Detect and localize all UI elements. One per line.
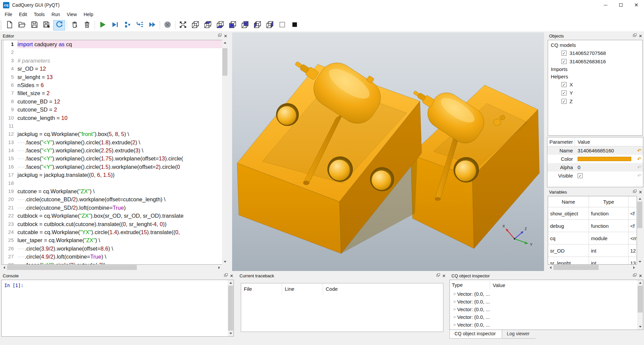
scroll-up-icon[interactable] bbox=[637, 280, 643, 286]
inspector-close-icon[interactable]: × bbox=[639, 274, 642, 278]
delete-all-button[interactable] bbox=[81, 20, 93, 30]
expand-chevron-icon[interactable]: > bbox=[452, 299, 457, 304]
variable-row[interactable]: show_objectfunction<f bbox=[548, 207, 637, 220]
scroll-up-icon[interactable] bbox=[228, 280, 233, 286]
objects-tree-item[interactable]: ✓Z bbox=[549, 97, 642, 106]
inspector-row[interactable]: >Vector: (0.0, ... bbox=[450, 321, 643, 329]
objects-tree-item[interactable]: ✓3140652683616 bbox=[549, 57, 642, 66]
color-swatch[interactable] bbox=[578, 157, 631, 161]
inspector-row[interactable]: >Vector: (0.0, ... bbox=[450, 313, 643, 321]
objects-tree-item[interactable]: ✓Y bbox=[549, 89, 642, 97]
inspector-row[interactable]: >Vector: (0.0, ... bbox=[450, 305, 643, 313]
parameter-value[interactable] bbox=[573, 157, 636, 161]
view-right-button[interactable] bbox=[264, 20, 276, 30]
menu-help[interactable]: Help bbox=[80, 10, 97, 19]
code-line[interactable] bbox=[17, 179, 222, 187]
save-button[interactable] bbox=[29, 20, 40, 30]
variables-vertical-scrollbar[interactable] bbox=[637, 196, 643, 265]
inspector-vertical-scrollbar[interactable] bbox=[637, 280, 643, 330]
editor-horizontal-scrollbar[interactable] bbox=[1, 265, 222, 270]
open-file-button[interactable] bbox=[16, 20, 28, 30]
editor-vertical-scrollbar[interactable] bbox=[222, 40, 228, 265]
variable-row[interactable]: debugfunction<f bbox=[548, 220, 637, 232]
code-line[interactable]: cutcable = cq.Workplane("YX").circle(1.4… bbox=[17, 228, 222, 236]
code-line[interactable]: ····.circle(3.9/2).workplane(offset=8.6)… bbox=[17, 245, 222, 253]
variables-horizontal-scrollbar[interactable] bbox=[548, 265, 637, 270]
fit-view-button[interactable] bbox=[177, 20, 189, 30]
step-button[interactable] bbox=[121, 20, 133, 30]
expand-chevron-icon[interactable]: > bbox=[452, 291, 457, 296]
scroll-right-icon[interactable] bbox=[216, 265, 222, 270]
checkbox-icon[interactable]: ✓ bbox=[561, 51, 567, 56]
scroll-down-icon[interactable] bbox=[637, 259, 643, 265]
debug-button[interactable] bbox=[109, 20, 121, 30]
code-line[interactable]: jackplug = jackplug.translate((0, 6, 1.5… bbox=[17, 171, 222, 179]
console-input-area[interactable]: In [1]: bbox=[1, 280, 234, 337]
checkbox-icon[interactable]: ✓ bbox=[561, 59, 567, 64]
scroll-up-icon[interactable] bbox=[222, 40, 228, 46]
code-line[interactable]: ····.faces("<Y").workplane().circle(1.5)… bbox=[17, 163, 222, 171]
objects-group-label[interactable]: Helpers bbox=[549, 73, 642, 80]
code-line[interactable]: cutblock = cutblock.cut(cutcone).transla… bbox=[17, 220, 222, 228]
new-file-button[interactable] bbox=[4, 20, 15, 30]
inspector-row[interactable]: >Vector: (0.0, ... bbox=[450, 298, 643, 305]
continue-button[interactable] bbox=[146, 20, 158, 30]
maximize-button[interactable] bbox=[613, 0, 629, 10]
traceback-float-icon[interactable] bbox=[436, 273, 440, 278]
scroll-down-icon[interactable] bbox=[222, 259, 228, 265]
view-back-button[interactable] bbox=[239, 20, 251, 30]
checkbox-icon[interactable]: ✓ bbox=[578, 173, 583, 178]
variable-row[interactable]: cqmodule<m bbox=[548, 232, 637, 245]
menu-view[interactable]: View bbox=[63, 10, 80, 19]
code-line[interactable]: sr_OD = 12 bbox=[17, 65, 222, 73]
checkbox-icon[interactable]: ✓ bbox=[561, 90, 567, 95]
render-button[interactable] bbox=[69, 20, 80, 30]
objects-tree-item[interactable]: ✓X bbox=[549, 80, 642, 89]
inspector-float-icon[interactable] bbox=[633, 273, 637, 278]
code-line[interactable]: import cadquery as cq bbox=[17, 40, 222, 48]
code-line[interactable]: cutcone_SD = 2 bbox=[17, 106, 222, 114]
wireframe-view-button[interactable] bbox=[276, 20, 288, 30]
code-line[interactable]: nSides = 6 bbox=[17, 81, 222, 89]
variables-close-icon[interactable]: × bbox=[639, 190, 642, 194]
objects-tree-item[interactable]: ✓3140652707568 bbox=[549, 49, 642, 57]
view-bottom-button[interactable] bbox=[214, 20, 226, 30]
code-line[interactable]: ····.faces("<Y").circle(3).extrude(-3)\ bbox=[17, 261, 222, 264]
view-left-button[interactable] bbox=[252, 20, 263, 30]
scroll-left-icon[interactable] bbox=[548, 265, 553, 270]
traceback-close-icon[interactable]: × bbox=[442, 274, 445, 278]
code-line[interactable]: sr_lenght = 13 bbox=[17, 73, 222, 81]
console-float-icon[interactable] bbox=[224, 273, 228, 278]
expand-chevron-icon[interactable]: > bbox=[452, 307, 457, 312]
code-line[interactable]: ····.faces("<Y").workplane().circle(1.75… bbox=[17, 154, 222, 162]
code-line[interactable]: luer_taper = cq.Workplane("ZX") \ bbox=[17, 236, 222, 244]
run-button[interactable] bbox=[97, 20, 108, 30]
code-line[interactable]: ····.circle(4.9/2).loft(combine=True) \ bbox=[17, 253, 222, 261]
menu-tools[interactable]: Tools bbox=[31, 10, 48, 19]
variables-float-icon[interactable] bbox=[633, 189, 637, 195]
code-line[interactable]: ····.circle(cutcone_SD/2).loft(combine=T… bbox=[17, 204, 222, 212]
menu-file[interactable]: File bbox=[1, 10, 16, 19]
variable-row[interactable]: sr_lenghtint13 bbox=[548, 257, 637, 265]
code-line[interactable]: cutcone = cq.Workplane("ZX") \ bbox=[17, 187, 222, 195]
inspector-row[interactable]: >Vector: (0.0, ... bbox=[450, 290, 643, 298]
code-line[interactable]: ····.circle(cutcone_BD/2).workplane(offs… bbox=[17, 195, 222, 203]
checkbox-icon[interactable]: ✓ bbox=[561, 82, 567, 87]
tab-log-viewer[interactable]: Log viewer bbox=[502, 330, 536, 339]
code-line[interactable]: ····.faces("<Y").workplane().circle(1.8)… bbox=[17, 138, 222, 146]
code-line[interactable]: # parameters bbox=[17, 57, 222, 65]
parameter-value[interactable]: ✓ bbox=[573, 173, 636, 178]
menu-edit[interactable]: Edit bbox=[16, 10, 31, 19]
minimize-button[interactable] bbox=[598, 0, 613, 10]
shaded-view-button[interactable] bbox=[289, 20, 301, 30]
objects-group-label[interactable]: Imports bbox=[549, 66, 642, 73]
code-line[interactable]: cutcone_length = 10 bbox=[17, 114, 222, 122]
expand-chevron-icon[interactable]: > bbox=[452, 315, 457, 320]
code-lines[interactable]: import cadquery as cq# parameterssr_OD =… bbox=[16, 40, 222, 264]
view-top-button[interactable] bbox=[202, 20, 214, 30]
objects-close-icon[interactable]: × bbox=[639, 34, 642, 38]
tab-cq-object-inspector[interactable]: CQ object inspector bbox=[449, 330, 502, 339]
scroll-up-icon[interactable] bbox=[637, 196, 643, 202]
step-in-button[interactable] bbox=[134, 20, 146, 30]
view-front-button[interactable] bbox=[227, 20, 238, 30]
